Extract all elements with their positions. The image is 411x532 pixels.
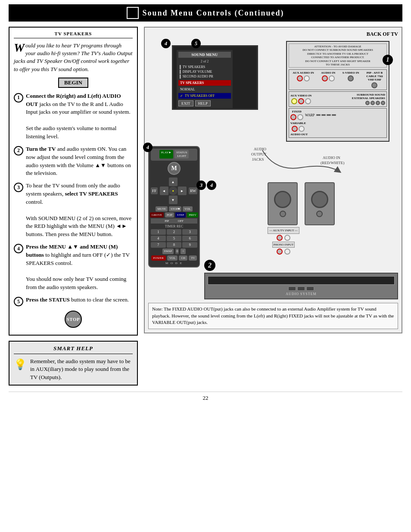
remote-ff-btn[interactable]: FF [151, 187, 158, 194]
remote-stop-btn[interactable]: STOP■ [169, 206, 181, 212]
dpad-down[interactable]: ▼ [169, 196, 177, 204]
intro-text: Would you like to hear TV programs throu… [14, 42, 133, 73]
note-box: Note: The FIXED AUDIO OUT(put) jacks can… [148, 303, 398, 329]
step-4-num: 4 [14, 244, 23, 253]
remote-mute-btn[interactable]: MUTE [156, 206, 168, 212]
back-of-tv-label: BACK OF TV [367, 31, 398, 37]
remote-control: PLAY► STATUSLIGHT M FF [148, 146, 200, 268]
remote-blank-btn[interactable]: ○ [181, 249, 186, 254]
diagram-badge-2: 2 [204, 260, 215, 271]
menu-exit-btn[interactable]: EXIT [178, 100, 193, 106]
remote-ch-btn[interactable]: CH [179, 255, 187, 261]
bp-bottom-jacks: FIXED WARP [290, 110, 385, 120]
tv-speakers-section: TV Speakers Would you like to hear TV pr… [9, 27, 138, 336]
right-speaker [305, 182, 335, 255]
sq-btn-4 [332, 114, 336, 116]
menu-title: SOUND MENU [178, 52, 231, 58]
menu-check: ✓ [180, 94, 183, 98]
remote-num-4[interactable]: 4 [151, 236, 166, 241]
remote-badge-3: 3 [196, 180, 206, 190]
smart-help-text: Remember, the audio system may have to b… [30, 358, 133, 381]
step-4-content: Press the MENU ▲▼ and MENU (M) buttons t… [26, 243, 133, 292]
back-panel-warning: ATTENTION - TO AVOID DAMAGE DO NOT CONNE… [289, 44, 387, 68]
as-btn-2 [297, 286, 305, 291]
step-4: 4 Press the MENU ▲▼ and MENU (M) buttons… [14, 243, 133, 292]
stop-label: STOP [67, 317, 80, 322]
menu-second-audio-label: SECOND AUDIO PR [183, 75, 213, 78]
page-title: Sound Menu Controls (Continued) [142, 9, 284, 18]
remote-num-8[interactable]: 8 [167, 242, 182, 248]
menu-normal-option: NORMAL [178, 87, 231, 92]
menu-icon-display-vol: ▐ [178, 70, 181, 74]
menu-tv-speakers-highlight: TV SPEAKERS [178, 80, 231, 86]
remote-rew-btn[interactable]: RW [189, 187, 197, 194]
pip-ant-group: PIP - ANT BCABLE 75ΩVHF/UHF [366, 71, 383, 88]
variable-group: VARIABLE [290, 121, 306, 132]
menu-help-btn[interactable]: HELP [195, 100, 211, 106]
remote-prev-btn[interactable]: PREV [187, 212, 198, 218]
phono-input-row: PHONO INPUT [268, 242, 299, 248]
top-diagram-row: 4 5 SOUND MENU 2 of 2 ▐ TV SPEAKERS [148, 41, 398, 142]
aux-video-in-group: AUX VIDEO IN [290, 94, 311, 104]
speaker-jacks-display [268, 235, 299, 241]
bp-row-top: AUX AUDIO IN AUDIO IN [289, 69, 387, 90]
fixed-jack-white [297, 114, 303, 120]
back-panel-section: ATTENTION - TO AVOID DAMAGE DO NOT CONNE… [286, 41, 398, 142]
spk-jack-white [284, 235, 290, 241]
diagram-badge-5: 5 [191, 39, 201, 48]
remote-grove-btn[interactable]: GROVE [150, 212, 164, 218]
svg-text:AUDIO IN: AUDIO IN [323, 156, 340, 160]
variable-row: VARIABLE [290, 121, 385, 132]
sq-btn-1 [316, 114, 321, 116]
remote-vol-btn[interactable]: VOL [183, 206, 192, 212]
remote-num-9[interactable]: 9 [182, 242, 197, 248]
remote-vol-bot-btn[interactable]: VOL [167, 255, 177, 261]
remote-num-3[interactable]: 3 [182, 229, 197, 235]
menu-tv-speakers-label: TV SPEAKERS [183, 65, 206, 69]
surround-sound-area: SURROUND SOUNDEXTERNAL SPEAKERS [352, 93, 385, 105]
fixed-jack-red [290, 114, 296, 120]
phono-jack-white [284, 249, 290, 255]
connection-arrow-svg: AUDIO OUTPUT JACKS AUDIO IN (RED/WHITE) [249, 146, 353, 180]
dpad-center[interactable]: ● [169, 187, 177, 195]
dpad-left[interactable]: ◄ [160, 187, 168, 195]
tv-speakers-title: TV Speakers [14, 31, 133, 38]
remote-numpad: 1 2 3 4 5 6 7 8 9 [151, 229, 197, 248]
remote-m-button[interactable]: M [168, 162, 181, 175]
step-1-num: 1 [14, 93, 23, 103]
step-3-content: To hear the TV sound from only the audio… [26, 182, 133, 239]
menu-subtitle: 2 of 2 [178, 59, 231, 63]
remote-num-0[interactable]: 0 [175, 249, 179, 254]
surround-jack-3 [376, 101, 380, 105]
dpad-right[interactable]: ► [178, 187, 187, 195]
remote-num-1[interactable]: 1 [151, 229, 166, 235]
remote-pop-btn[interactable]: POP [165, 212, 174, 218]
right-speaker-tweeter [316, 211, 323, 217]
remote-tv-btn[interactable]: TV [189, 255, 197, 261]
page-num-value: 22 [203, 395, 209, 401]
remote-power-btn[interactable]: POWER [151, 255, 166, 261]
remote-swap-btn[interactable]: SWAP [162, 249, 174, 254]
remote-timer-label: TIMER REC [151, 224, 197, 228]
bp-row-bottom: FIXED WARP [289, 108, 387, 138]
as-btn-1 [288, 286, 296, 291]
remote-num-7[interactable]: 7 [151, 242, 166, 248]
remote-dpad: ▲ ◄ ● ► ▼ [160, 177, 187, 204]
remote-play-btn[interactable]: PLAY► [159, 150, 174, 159]
begin-button[interactable]: BEGIN [58, 78, 88, 88]
page-title-bar: Sound Menu Controls (Continued) [9, 4, 402, 22]
menu-icon-tv-speakers: ▐ [178, 65, 181, 69]
remote-num-2[interactable]: 2 [167, 229, 182, 235]
audio-system-buttons [208, 286, 395, 291]
diagram-badge-1: 1 [383, 55, 393, 65]
remote-num-6[interactable]: 6 [182, 236, 197, 241]
remote-num-5[interactable]: 5 [167, 236, 182, 241]
menu-normal-label: NORMAL [180, 87, 195, 91]
left-speaker-tweeter [280, 211, 286, 217]
left-speaker-box [268, 182, 298, 225]
dpad-up[interactable]: ▲ [169, 177, 177, 186]
drop-cap: W [14, 42, 25, 54]
remote-mute-row: MUTE STOP■ VOL [151, 206, 197, 212]
remote-step-btn[interactable]: STEP [175, 212, 186, 218]
remote-status-btn[interactable]: STATUSLIGHT [174, 150, 189, 159]
